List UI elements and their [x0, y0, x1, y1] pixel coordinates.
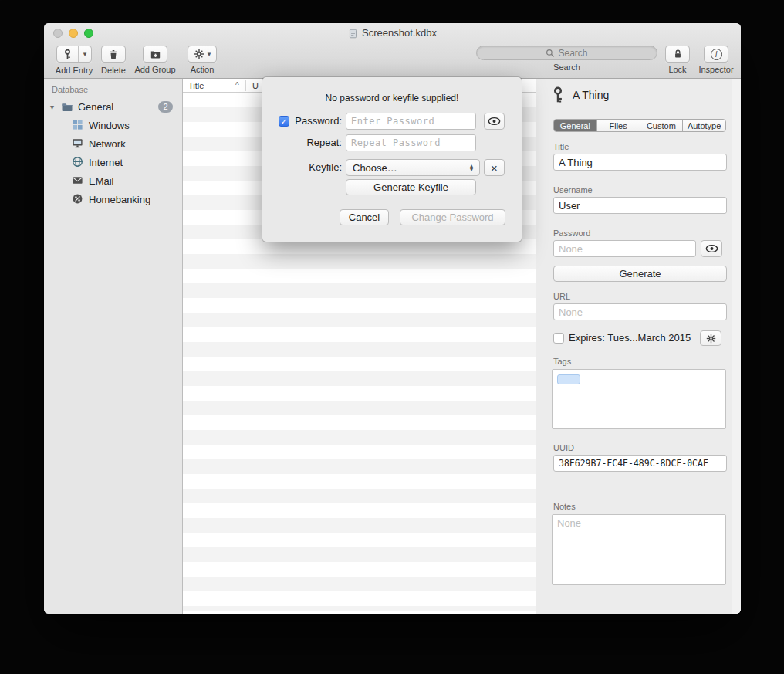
- key-icon: [550, 86, 566, 103]
- sidebar-item-network[interactable]: Network: [44, 134, 182, 153]
- add-group-button[interactable]: [143, 46, 167, 63]
- sidebar: Database ▾ General 2 Windows Network: [44, 79, 183, 614]
- username-field-label: Username: [553, 185, 593, 195]
- uuid-field[interactable]: [553, 455, 727, 472]
- change-password-button[interactable]: Change Password: [400, 209, 505, 225]
- tag-token[interactable]: [557, 374, 580, 384]
- password-label: Password:: [295, 115, 342, 127]
- add-entry-label: Add Entry: [53, 66, 95, 75]
- password-field[interactable]: [553, 240, 696, 257]
- sidebar-item-homebanking[interactable]: Homebanking: [44, 190, 182, 208]
- lock-label: Lock: [665, 65, 690, 74]
- add-group-label: Add Group: [130, 65, 180, 74]
- tab-files[interactable]: Files: [596, 120, 640, 131]
- delete-button[interactable]: [101, 46, 126, 63]
- windows-icon: [72, 119, 84, 131]
- sidebar-item-label: Homebanking: [89, 194, 150, 205]
- sidebar-item-label: Network: [89, 138, 126, 150]
- inspector-scrollbar[interactable]: [732, 79, 741, 614]
- sort-ascending-icon: ^: [235, 81, 239, 90]
- keyfile-popup-value: Choose…: [353, 162, 397, 174]
- repeat-password-input[interactable]: [346, 134, 476, 151]
- eye-icon: [488, 117, 501, 126]
- email-icon: [72, 174, 84, 187]
- title-field[interactable]: [553, 154, 727, 171]
- search-input[interactable]: Search: [476, 46, 657, 60]
- tags-box[interactable]: [552, 369, 726, 429]
- window-chrome: Screenshot.kdbx ▾ Add Entry Delete: [44, 23, 741, 79]
- chevron-down-icon: ▾: [83, 51, 87, 58]
- generate-keyfile-button[interactable]: Generate Keyfile: [346, 179, 476, 195]
- password-input[interactable]: [346, 113, 476, 130]
- toolbar-inspector: i Inspector: [696, 46, 736, 74]
- entry-title: A Thing: [573, 89, 609, 101]
- toolbar-add-entry: ▾ Add Entry: [53, 46, 95, 75]
- window-title: Screenshot.kdbx: [44, 27, 741, 39]
- chevron-down-icon: ▾: [208, 51, 211, 58]
- disclosure-triangle-icon[interactable]: ▾: [50, 103, 59, 111]
- inspector-label: Inspector: [696, 65, 736, 74]
- lock-icon: [673, 49, 683, 59]
- tab-general[interactable]: General: [554, 120, 596, 131]
- expires-settings-button[interactable]: [700, 330, 721, 346]
- notes-field[interactable]: [552, 514, 726, 585]
- toolbar-lock: Lock: [665, 46, 690, 74]
- password-checkbox[interactable]: ✓: [279, 116, 289, 127]
- inspector-header: A Thing: [550, 86, 609, 103]
- sidebar-group-general[interactable]: ▾ General 2: [44, 97, 182, 116]
- add-entry-button[interactable]: ▾: [56, 46, 93, 63]
- sidebar-item-label: Internet: [89, 157, 123, 168]
- tags-label: Tags: [553, 357, 571, 366]
- expires-checkbox[interactable]: [553, 333, 564, 344]
- inspector-panel: A Thing General Files Custom Autotype Ti…: [536, 79, 741, 614]
- check-icon: ✓: [281, 117, 287, 126]
- search-caption: Search: [476, 63, 657, 72]
- reveal-password-button[interactable]: [701, 240, 722, 257]
- action-label: Action: [183, 65, 221, 74]
- sidebar-item-email[interactable]: EMail: [44, 171, 182, 190]
- column-divider[interactable]: [245, 80, 246, 91]
- tab-custom[interactable]: Custom: [640, 120, 683, 131]
- reveal-password-button[interactable]: [484, 113, 505, 130]
- eye-icon: [705, 244, 718, 253]
- inspector-button[interactable]: i: [704, 46, 728, 63]
- sidebar-group-label: General: [78, 101, 113, 113]
- column-header-title[interactable]: Title: [188, 81, 204, 90]
- cancel-button[interactable]: Cancel: [340, 209, 389, 225]
- expires-row: Expires: Tues...March 2015: [553, 332, 691, 344]
- search-icon: [546, 49, 555, 58]
- document-icon: [348, 29, 358, 39]
- sidebar-item-internet[interactable]: Internet: [44, 153, 182, 171]
- window-title-text: Screenshot.kdbx: [362, 27, 437, 39]
- expires-label: Expires: Tues...March 2015: [569, 332, 691, 344]
- lock-button[interactable]: [665, 46, 690, 63]
- close-x-icon: ×: [491, 162, 498, 174]
- clear-keyfile-button[interactable]: ×: [484, 159, 505, 176]
- network-icon: [72, 137, 84, 150]
- column-header-username[interactable]: U: [252, 81, 259, 90]
- tab-autotype[interactable]: Autotype: [682, 120, 725, 131]
- change-password-dialog: No password or keyfile supplied! ✓ Passw…: [262, 77, 522, 242]
- sidebar-item-windows[interactable]: Windows: [44, 116, 182, 134]
- add-entry-dropdown[interactable]: ▾: [78, 46, 92, 62]
- repeat-row: Repeat:: [262, 134, 522, 151]
- sidebar-item-label: EMail: [89, 175, 114, 187]
- gear-icon: [194, 49, 204, 59]
- url-field[interactable]: [553, 303, 727, 320]
- keyfile-popup[interactable]: Choose… ▴▾: [346, 159, 480, 176]
- search-placeholder: Search: [558, 48, 587, 59]
- folder-plus-icon: [150, 49, 161, 59]
- group-count-badge: 2: [158, 101, 173, 113]
- password-field-label: Password: [553, 229, 590, 238]
- url-field-label: URL: [553, 292, 570, 301]
- notes-label: Notes: [553, 502, 576, 511]
- toolbar-add-group: Add Group: [130, 46, 180, 74]
- gear-icon: [706, 334, 716, 344]
- username-field[interactable]: [553, 197, 727, 214]
- uuid-label: UUID: [553, 443, 574, 452]
- action-button[interactable]: ▾: [188, 46, 218, 63]
- trash-icon: [108, 49, 119, 60]
- info-circle-icon: i: [711, 49, 722, 60]
- generate-password-button[interactable]: Generate: [553, 266, 727, 282]
- app-window: Screenshot.kdbx ▾ Add Entry Delete: [44, 23, 741, 614]
